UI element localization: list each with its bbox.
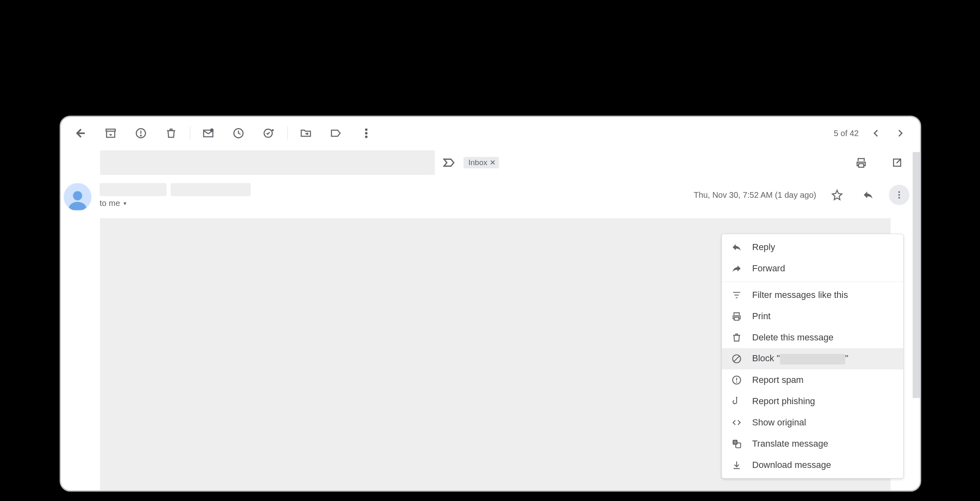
menu-item-label: Filter messages like this [752,290,848,300]
sender-avatar[interactable] [64,183,91,211]
translate-icon: G [731,438,742,450]
archive-icon [105,127,117,139]
chevron-left-icon [870,127,882,139]
svg-point-12 [898,194,900,196]
print-icon [731,311,742,322]
menu-item-label: Download message [752,460,831,470]
reply-icon [731,242,742,253]
menu-item-delete-this-message[interactable]: Delete this message [722,327,903,348]
sender-name-redacted [100,183,251,196]
svg-point-11 [898,191,900,193]
more-vertical-icon [360,127,372,139]
pager-next-button[interactable] [888,121,913,145]
spam-icon [135,127,147,139]
decorative-noise [921,224,946,501]
labels-button[interactable] [324,121,348,145]
svg-text:G: G [734,440,737,444]
mark-unread-button[interactable] [196,121,220,145]
more-vertical-icon [894,190,904,200]
person-icon [65,188,90,211]
phishing-icon [731,396,742,407]
message-more-button[interactable] [889,185,909,205]
caret-down-icon: ▼ [122,201,127,206]
menu-item-download-message[interactable]: Download message [722,454,903,476]
label-chip-text: Inbox [468,158,487,167]
delete-button[interactable] [159,121,183,145]
redacted-block [780,354,845,365]
importance-icon [442,156,456,170]
menu-item-label: Show original [752,417,806,428]
svg-point-2 [140,135,141,136]
chevron-right-icon [894,127,906,139]
download-icon [731,459,742,471]
redacted-block [171,183,251,196]
svg-point-8 [365,132,368,134]
menu-item-show-original[interactable]: Show original [722,412,903,433]
message-toolbar: 5 of 42 [61,117,920,150]
menu-item-filter-messages-like-this[interactable]: Filter messages like this [722,284,903,306]
email-window: 5 of 42 Inbox ✕ [60,116,921,492]
menu-item-reply[interactable]: Reply [722,237,903,258]
spam-icon [731,374,742,386]
svg-point-7 [365,129,368,131]
svg-point-17 [736,382,737,383]
remove-label-icon[interactable]: ✕ [490,158,496,167]
pager-prev-button[interactable] [864,121,888,145]
forward-icon [731,263,742,274]
svg-point-10 [73,191,82,201]
archive-button[interactable] [98,121,123,145]
add-to-tasks-button[interactable] [256,121,281,145]
reply-button[interactable] [858,185,878,205]
print-button[interactable] [849,150,873,175]
move-folder-icon [300,127,312,139]
menu-item-label: Report phishing [752,396,815,407]
clock-icon [232,127,245,139]
recipients-dropdown[interactable]: to me ▼ [100,199,251,208]
menu-item-block[interactable]: Block "" [722,348,903,369]
menu-item-report-spam[interactable]: Report spam [722,369,903,391]
redacted-block [100,183,167,196]
menu-item-label: Delete this message [752,332,833,343]
back-button[interactable] [68,121,93,145]
menu-item-label: Report spam [752,375,804,385]
reply-icon [862,189,874,201]
trash-icon [165,127,177,139]
message-more-menu: ReplyForwardFilter messages like thisPri… [722,234,904,479]
message-pager: 5 of 42 [834,121,913,145]
menu-item-label: Forward [752,263,785,274]
move-to-button[interactable] [294,121,318,145]
back-arrow-icon [74,127,87,139]
more-toolbar-button[interactable] [354,121,379,145]
star-button[interactable] [827,185,847,205]
open-new-window-button[interactable] [885,150,909,175]
inbox-label-chip[interactable]: Inbox ✕ [463,157,499,168]
importance-marker[interactable] [442,156,456,170]
label-icon [330,127,342,139]
subject-redacted [100,150,435,175]
pager-count: 5 of 42 [834,129,859,138]
snooze-button[interactable] [226,121,251,145]
open-external-icon [891,157,903,169]
subject-row: Inbox ✕ [61,150,920,176]
menu-item-label: Block "" [752,353,849,364]
menu-item-label: Reply [752,242,775,253]
to-line-text: to me [100,199,120,208]
menu-item-translate-message[interactable]: GTranslate message [722,433,903,454]
menu-item-report-phishing[interactable]: Report phishing [722,391,903,412]
block-icon [731,353,742,365]
trash-icon [731,332,742,343]
print-icon [855,157,867,169]
task-add-icon [263,127,275,139]
toolbar-separator [190,127,190,140]
menu-item-print[interactable]: Print [722,306,903,327]
message-timestamp: Thu, Nov 30, 7:52 AM (1 day ago) [694,190,816,200]
menu-item-forward[interactable]: Forward [722,258,903,279]
vertical-scrollbar[interactable] [913,152,920,398]
toolbar-separator [287,127,288,140]
svg-point-13 [898,197,900,199]
sender-row: to me ▼ Thu, Nov 30, 7:52 AM (1 day ago) [61,176,920,211]
star-outline-icon [831,189,843,201]
menu-separator [722,282,903,282]
svg-point-4 [210,129,214,132]
report-spam-button[interactable] [129,121,153,145]
